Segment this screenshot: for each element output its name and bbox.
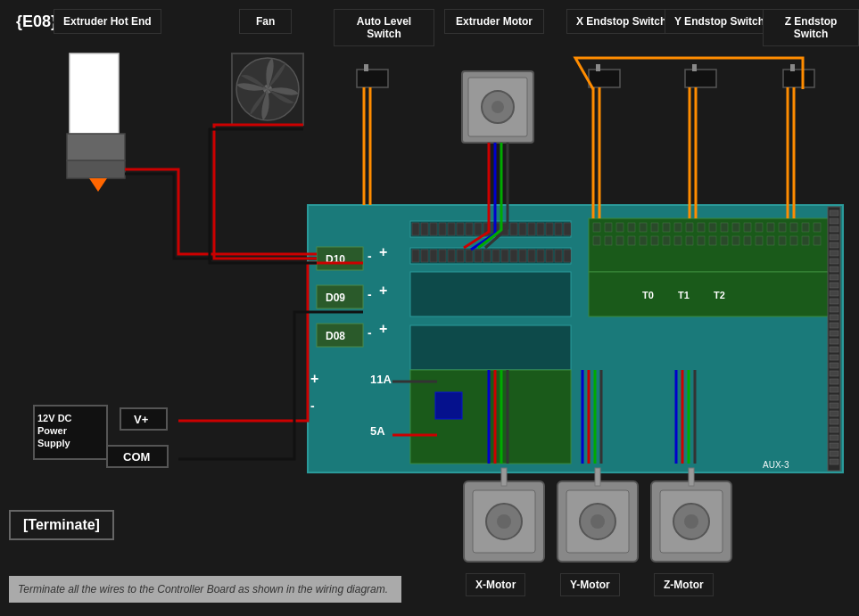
svg-rect-160 (462, 71, 533, 143)
svg-text:-: - (368, 325, 372, 340)
svg-text:V+: V+ (134, 413, 149, 426)
svg-rect-52 (732, 223, 739, 232)
terminate-description: Terminate all the wires to the Controlle… (9, 576, 401, 603)
extruder-hot-end-label: Extruder Hot End (54, 9, 161, 34)
svg-rect-69 (698, 236, 705, 245)
svg-rect-108 (830, 371, 838, 376)
svg-rect-93 (830, 251, 838, 256)
svg-rect-19 (564, 223, 571, 235)
svg-rect-51 (721, 223, 728, 232)
svg-rect-31 (501, 250, 508, 262)
svg-rect-109 (830, 379, 838, 384)
svg-text:5A: 5A (370, 424, 385, 438)
svg-rect-204 (107, 446, 168, 467)
svg-rect-43 (628, 223, 635, 232)
svg-rect-30 (492, 250, 500, 262)
svg-rect-146 (473, 490, 535, 553)
svg-rect-145 (464, 481, 544, 562)
svg-rect-99 (830, 299, 838, 304)
svg-rect-166 (589, 70, 620, 87)
svg-text:T2: T2 (714, 290, 725, 300)
svg-rect-20 (410, 248, 571, 264)
svg-rect-111 (830, 395, 838, 400)
svg-rect-90 (830, 226, 838, 232)
x-endstop-label: X Endstop Switch (566, 9, 676, 34)
svg-rect-102 (830, 323, 838, 328)
svg-rect-4 (430, 223, 437, 235)
svg-point-144 (263, 85, 272, 94)
svg-text:11A: 11A (370, 373, 392, 386)
svg-rect-26 (457, 250, 464, 262)
svg-rect-53 (744, 223, 751, 232)
svg-rect-13 (510, 223, 517, 235)
svg-text:AUX-3: AUX-3 (763, 460, 789, 470)
svg-rect-97 (830, 283, 838, 288)
svg-text:D10: D10 (326, 253, 345, 266)
svg-rect-15 (528, 223, 535, 235)
svg-point-148 (497, 514, 511, 529)
svg-rect-161 (468, 78, 527, 136)
svg-rect-121 (435, 392, 462, 419)
svg-rect-169 (692, 64, 697, 71)
svg-rect-2 (412, 223, 419, 235)
svg-rect-89 (830, 218, 838, 224)
svg-rect-8 (466, 223, 473, 235)
svg-rect-55 (767, 223, 774, 232)
svg-text:Power: Power (37, 425, 68, 436)
svg-rect-3 (421, 223, 428, 235)
svg-rect-35 (537, 250, 544, 262)
svg-text:Supply: Supply (37, 438, 71, 448)
svg-rect-79 (814, 236, 821, 245)
svg-rect-66 (663, 236, 670, 245)
svg-rect-16 (537, 223, 544, 235)
svg-rect-36 (546, 250, 553, 262)
svg-rect-151 (566, 490, 629, 553)
svg-rect-37 (555, 250, 562, 262)
svg-rect-0 (308, 205, 843, 472)
svg-rect-46 (663, 223, 670, 232)
svg-rect-41 (605, 223, 612, 232)
svg-rect-165 (364, 64, 368, 71)
svg-rect-17 (546, 223, 553, 235)
svg-rect-101 (830, 315, 838, 320)
svg-rect-47 (674, 223, 681, 232)
svg-rect-1 (410, 221, 571, 237)
svg-rect-80 (410, 272, 571, 316)
svg-rect-59 (814, 223, 821, 232)
svg-text:+: + (379, 283, 387, 298)
svg-rect-171 (790, 64, 795, 71)
svg-rect-56 (779, 223, 786, 232)
y-endstop-label: Y Endstop Switch (665, 9, 774, 34)
svg-rect-9 (475, 223, 482, 235)
svg-rect-168 (685, 70, 716, 87)
svg-rect-167 (596, 64, 600, 71)
svg-rect-21 (412, 250, 419, 262)
svg-point-153 (591, 514, 605, 529)
svg-point-143 (236, 58, 299, 120)
svg-rect-126 (317, 324, 363, 347)
svg-rect-54 (756, 223, 763, 232)
svg-rect-116 (830, 435, 838, 440)
svg-rect-29 (483, 250, 491, 262)
svg-rect-155 (651, 481, 731, 562)
svg-rect-170 (783, 70, 814, 87)
svg-rect-87 (828, 207, 840, 471)
svg-rect-154 (595, 468, 600, 486)
svg-rect-65 (651, 236, 658, 245)
svg-rect-81 (410, 325, 571, 370)
svg-rect-88 (830, 210, 838, 216)
svg-rect-76 (779, 236, 786, 245)
svg-rect-68 (686, 236, 693, 245)
svg-rect-10 (483, 223, 491, 235)
svg-rect-156 (660, 490, 723, 553)
svg-rect-118 (830, 451, 838, 456)
svg-marker-141 (89, 178, 107, 192)
svg-rect-32 (510, 250, 517, 262)
svg-rect-74 (756, 236, 763, 245)
svg-rect-50 (709, 223, 716, 232)
svg-rect-63 (628, 236, 635, 245)
svg-text:-: - (368, 287, 372, 301)
svg-rect-75 (767, 236, 774, 245)
svg-text:+: + (310, 371, 318, 386)
svg-rect-48 (686, 223, 693, 232)
